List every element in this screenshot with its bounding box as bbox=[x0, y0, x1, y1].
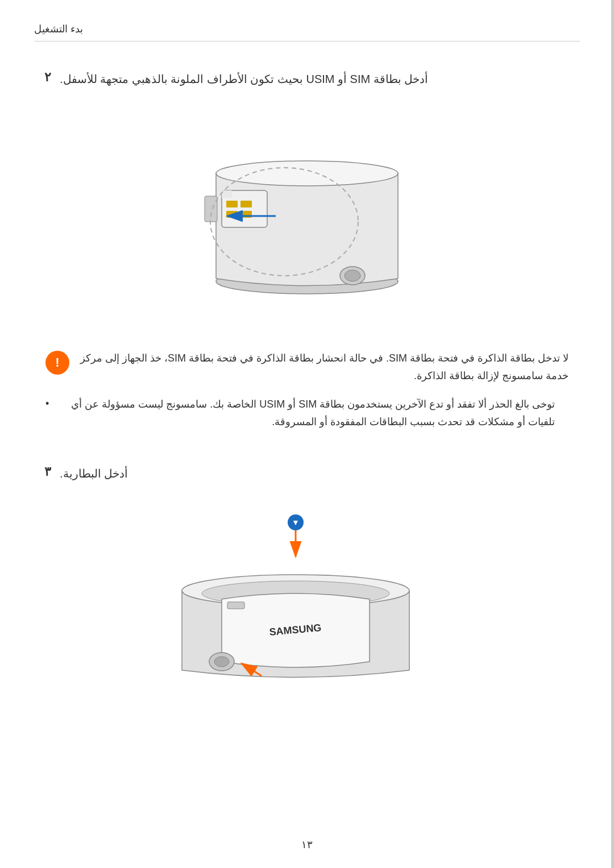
warning-note: لا تدخل بطاقة الذاكرة في فتحة بطاقة SIM.… bbox=[45, 350, 569, 384]
step-2-header: أدخل بطاقة SIM أو USIM بحيث تكون الأطراف… bbox=[34, 70, 580, 88]
svg-rect-15 bbox=[227, 602, 244, 609]
sim-diagram-container bbox=[34, 105, 580, 321]
warning-icon: ! bbox=[45, 351, 69, 375]
svg-point-3 bbox=[345, 270, 360, 281]
step-2-number: ٢ bbox=[34, 70, 51, 85]
bullet-note: توخى بالغ الحذر ألا تفقد أو تدع الآخرين … bbox=[45, 396, 569, 430]
svg-rect-6 bbox=[226, 201, 238, 207]
battery-phone-diagram: SAMSUNG ▼ bbox=[171, 511, 443, 682]
svg-text:▼: ▼ bbox=[292, 518, 300, 527]
svg-point-1 bbox=[216, 161, 398, 186]
step-2-section: أدخل بطاقة SIM أو USIM بحيث تكون الأطراف… bbox=[34, 70, 580, 321]
battery-diagram-container: SAMSUNG ▼ bbox=[34, 500, 580, 693]
step-3-text: أدخل البطارية. bbox=[60, 464, 128, 483]
battery-svg: SAMSUNG ▼ bbox=[148, 511, 443, 693]
page-container: بدء التشغيل أدخل بطاقة SIM أو USIM بحيث … bbox=[0, 0, 614, 868]
sim-svg bbox=[171, 117, 443, 310]
notes-section: لا تدخل بطاقة الذاكرة في فتحة بطاقة SIM.… bbox=[34, 344, 580, 447]
svg-point-17 bbox=[214, 657, 229, 667]
page-number: ١٣ bbox=[301, 838, 313, 851]
svg-rect-4 bbox=[205, 196, 217, 222]
page-border bbox=[611, 0, 614, 868]
page-header: بدء التشغيل bbox=[34, 23, 580, 41]
step-3-section: أدخل البطارية. ٣ bbox=[34, 464, 580, 693]
bullet-symbol: • bbox=[45, 398, 49, 410]
step-3-header: أدخل البطارية. ٣ bbox=[34, 464, 580, 483]
step-3-number: ٣ bbox=[34, 464, 51, 479]
step-2-text: أدخل بطاقة SIM أو USIM بحيث تكون الأطراف… bbox=[60, 70, 428, 88]
bullet-note-text: توخى بالغ الحذر ألا تفقد أو تدع الآخرين … bbox=[55, 396, 555, 430]
svg-rect-7 bbox=[240, 201, 252, 207]
header-title: بدء التشغيل bbox=[34, 23, 83, 35]
sim-phone-diagram bbox=[171, 117, 443, 310]
warning-note-text: لا تدخل بطاقة الذاكرة في فتحة بطاقة SIM.… bbox=[75, 350, 569, 384]
